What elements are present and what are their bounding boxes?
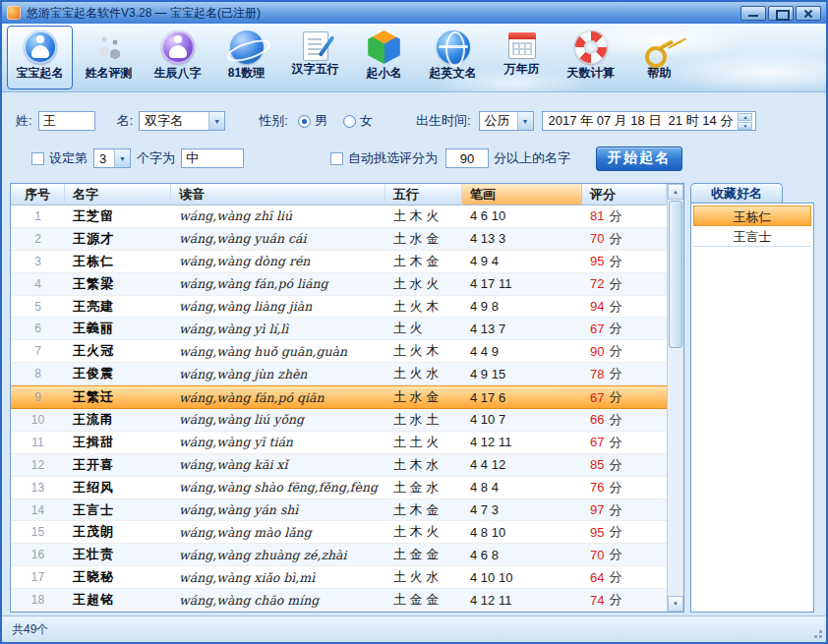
close-icon[interactable] <box>796 6 821 21</box>
toolbar-item-numerology-81[interactable]: 81数理 <box>213 26 279 89</box>
set-char-middle-label: 个字为 <box>137 149 175 167</box>
table-row[interactable]: 5王亮建wáng,wàng liàng jiàn土 火 木4 9 894分 <box>11 296 667 319</box>
row-strokes: 4 12 11 <box>462 432 582 453</box>
table-row[interactable]: 13王绍风wáng,wàng shào fēng,fěng,fèng土 金 水4… <box>11 477 667 499</box>
surname-label: 姓: <box>16 112 32 130</box>
gender-radio-female[interactable] <box>343 115 356 128</box>
favorite-item[interactable]: 王栋仁 <box>693 205 811 226</box>
score-unit: 分 <box>609 523 621 541</box>
favorites-title: 收藏好名 <box>690 183 783 204</box>
vertical-scrollbar[interactable] <box>667 184 683 612</box>
toolbar-item-nickname[interactable]: 起小名 <box>351 26 417 89</box>
window-controls <box>740 6 821 21</box>
table-row[interactable]: 16王壮责wáng,wàng zhuàng zé,zhài土 金 金4 6 87… <box>11 544 667 566</box>
chevron-down-icon[interactable] <box>208 112 224 130</box>
auto-pick-checkbox[interactable] <box>330 152 343 165</box>
column-header-5[interactable]: 评分 <box>582 184 667 205</box>
toolbar-item-english-name[interactable]: 起英文名 <box>420 26 486 89</box>
column-header-4[interactable]: 笔画 <box>462 184 582 205</box>
toolbar-item-days-calc[interactable]: 天数计算 <box>558 26 623 89</box>
row-strokes: 4 9 8 <box>462 296 582 318</box>
row-strokes: 4 13 3 <box>462 228 582 250</box>
row-name: 王超铭 <box>65 589 171 611</box>
table-row[interactable]: 8王俊震wáng,wàng jùn zhèn土 火 水4 9 1578分 <box>11 363 667 385</box>
title-bar[interactable]: 悠游宝宝起名软件V3.28 — 宝宝起名(已注册) <box>2 2 826 24</box>
row-pinyin: wáng,wàng jùn zhèn <box>171 363 385 384</box>
score-unit: 分 <box>609 479 621 497</box>
row-strokes: 4 6 10 <box>462 205 582 227</box>
score-unit: 分 <box>609 275 621 293</box>
chevron-down-icon[interactable] <box>517 112 533 130</box>
given-name-type-select[interactable]: 双字名 <box>139 111 225 131</box>
set-char-checkbox[interactable] <box>31 152 44 165</box>
maximize-icon[interactable] <box>768 6 794 21</box>
char-index-select[interactable]: 3 <box>93 148 131 168</box>
table-row[interactable]: 14王言士wáng,wàng yán shì土 木 金4 7 397分 <box>11 499 667 522</box>
row-name: 王繁迁 <box>65 386 171 408</box>
table-row[interactable]: 9王繁迁wáng,wàng fán,pó qiān土 水 金4 17 667分 <box>11 385 667 409</box>
status-bar: 共49个 <box>2 615 826 642</box>
toolbar-item-baby-naming[interactable]: 宝宝起名 <box>7 26 73 89</box>
table-row[interactable]: 3王栋仁wáng,wàng dòng rén土 木 金4 9 495分 <box>11 251 667 273</box>
row-name: 王繁梁 <box>65 273 171 295</box>
toolbar-item-hanzi-wuxing[interactable]: 汉字五行 <box>282 26 348 89</box>
gender-male-label[interactable]: 男 <box>315 112 327 130</box>
score-unit: 分 <box>609 591 621 609</box>
score-value: 64 <box>590 570 604 585</box>
row-wuxing: 土 火 木 <box>385 340 462 362</box>
gender-radio-male[interactable] <box>298 115 311 128</box>
row-score: 67分 <box>582 386 667 408</box>
score-value: 74 <box>590 593 604 608</box>
resize-grip-icon[interactable] <box>819 635 822 638</box>
calendar-type-value: 公历 <box>480 112 517 130</box>
scrollbar-track[interactable] <box>668 349 683 596</box>
row-strokes: 4 6 8 <box>462 544 582 565</box>
score-unit: 分 <box>609 298 621 316</box>
chevron-down-icon[interactable] <box>114 149 130 167</box>
table-row[interactable]: 18王超铭wáng,wàng chāo míng土 金 金4 12 1174分 <box>11 589 667 612</box>
toolbar-item-name-evaluation[interactable]: 姓名评测 <box>76 26 142 89</box>
table-row[interactable]: 1王芝留wáng,wàng zhī liú土 木 火4 6 1081分 <box>11 205 667 228</box>
row-pinyin: wáng,wàng xiǎo bì,mì <box>171 566 385 588</box>
row-pinyin: wáng,wàng zhuàng zé,zhài <box>171 544 385 565</box>
table-row[interactable]: 10王流甬wáng,wàng liú yǒng土 水 土4 10 766分 <box>11 409 667 432</box>
minimize-icon[interactable] <box>740 6 766 21</box>
toolbar-item-help[interactable]: 帮助 <box>626 26 692 89</box>
fixed-char-input[interactable] <box>181 148 244 168</box>
favorite-item[interactable]: 王言士 <box>693 226 811 247</box>
gender-female-label[interactable]: 女 <box>360 112 373 130</box>
calendar-type-select[interactable]: 公历 <box>479 111 534 131</box>
toolbar-item-birth-bazi[interactable]: 生辰八字 <box>145 26 210 89</box>
table-row[interactable]: 4王繁梁wáng,wàng fán,pó liáng土 水 火4 17 1172… <box>11 273 667 296</box>
scroll-down-icon[interactable] <box>668 596 683 612</box>
table-row[interactable]: 12王开喜wáng,wàng kāi xǐ土 木 水4 4 1285分 <box>11 454 667 477</box>
toolbar-item-calendar[interactable]: 万年历 <box>489 26 555 89</box>
table-body: 1王芝留wáng,wàng zhī liú土 木 火4 6 1081分2王源才w… <box>11 205 667 612</box>
spinner-down-icon[interactable] <box>738 122 752 130</box>
row-index: 6 <box>11 318 65 339</box>
table-row[interactable]: 15王茂朗wáng,wàng mào lǎng土 木 火4 8 1095分 <box>11 521 667 544</box>
row-wuxing: 土 火 <box>385 318 462 339</box>
column-header-1[interactable]: 名字 <box>65 184 171 205</box>
table-row[interactable]: 6王義丽wáng,wàng yì lí,lì土 火4 13 767分 <box>11 318 667 340</box>
table-row[interactable]: 2王源才wáng,wàng yuán cái土 水 金4 13 370分 <box>11 228 667 251</box>
column-header-2[interactable]: 读音 <box>171 184 385 205</box>
table-row[interactable]: 17王晓秘wáng,wàng xiǎo bì,mì土 火 水4 10 1064分 <box>11 566 667 589</box>
surname-input[interactable] <box>38 111 95 131</box>
min-score-input[interactable] <box>445 148 489 168</box>
row-strokes: 4 4 12 <box>462 454 582 476</box>
column-header-3[interactable]: 五行 <box>385 184 462 205</box>
table-row[interactable]: 7王火冠wáng,wàng huǒ guān,guàn土 火 木4 4 990分 <box>11 340 667 363</box>
gender-label: 性别: <box>259 112 288 130</box>
start-naming-button[interactable]: 开始起名 <box>596 146 682 171</box>
birth-datetime-picker[interactable]: 2017 年 07 月 18 日 21 时 14 分 <box>542 111 757 131</box>
score-unit: 分 <box>609 546 621 563</box>
spinner-up-icon[interactable] <box>738 113 752 121</box>
scrollbar-thumb[interactable] <box>669 201 682 348</box>
scroll-up-icon[interactable] <box>668 184 683 200</box>
column-header-0[interactable]: 序号 <box>11 184 65 205</box>
row-pinyin: wáng,wàng zhī liú <box>171 205 385 227</box>
row-score: 81分 <box>582 205 667 227</box>
baby-naming-icon <box>24 30 57 64</box>
table-row[interactable]: 11王揖甜wáng,wàng yī tián土 土 火4 12 1167分 <box>11 432 667 454</box>
